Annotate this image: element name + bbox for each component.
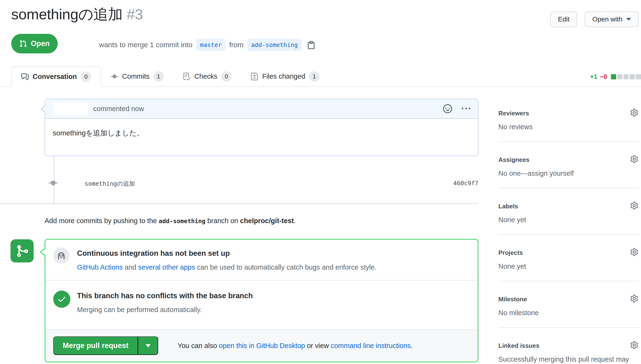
merge-summary: wants to merge 1 commit into master from… xyxy=(99,37,315,52)
push-note-text: Add more commits by pushing to the xyxy=(45,217,159,224)
sidebar-section-projects: Projects None yet xyxy=(498,249,639,296)
diffstat-block-neutral xyxy=(636,74,641,80)
check-icon xyxy=(53,290,70,308)
mergeability-subtitle: Merging can be performed automatically. xyxy=(77,306,202,314)
sidebar-section-linked-issues: Linked issues Successfully merging this … xyxy=(498,342,639,364)
gear-icon[interactable] xyxy=(630,295,638,302)
git-commit-icon xyxy=(111,73,118,80)
section-value: No reviews xyxy=(498,123,532,131)
merge-pull-request-button[interactable]: Merge pull request xyxy=(53,336,138,355)
redacted-username xyxy=(53,102,88,115)
status-badge-label: Open xyxy=(31,39,50,48)
merge-alternatives: You can also open this in GitHub Desktop… xyxy=(178,342,413,350)
tab-label: Checks xyxy=(194,72,218,80)
gear-icon[interactable] xyxy=(630,109,638,116)
diffstat-blocks xyxy=(611,74,641,80)
merge-options-dropdown[interactable] xyxy=(138,336,158,355)
pr-title-text: somethingの追加 xyxy=(11,6,123,22)
merge-status-box: Continuous integration has not been set … xyxy=(45,239,478,362)
kebab-horizontal-icon[interactable] xyxy=(462,104,470,113)
pr-tabnav: Conversation 0 Commits 1 Checks 0 Files … xyxy=(0,66,641,87)
pr-sidebar: Reviewers No reviews Assignees No one—as… xyxy=(498,110,639,364)
sidebar-section-reviewers: Reviewers No reviews xyxy=(498,110,639,156)
section-heading: Linked issues xyxy=(498,342,539,350)
command-line-link[interactable]: command line instructions xyxy=(331,342,411,350)
assign-yourself-action[interactable]: assign yourself xyxy=(528,170,574,177)
merge-summary-text: wants to merge 1 commit into xyxy=(99,41,192,49)
checklist-icon xyxy=(183,73,191,80)
ci-text: and xyxy=(123,264,138,271)
comment-discussion-icon xyxy=(21,73,29,80)
section-value: None yet xyxy=(498,262,526,270)
comment-meta: commented now xyxy=(93,105,144,113)
github-desktop-link[interactable]: open this in GitHub Desktop xyxy=(219,342,305,350)
comment-header: commented now xyxy=(45,99,478,119)
chevron-down-icon xyxy=(146,344,151,347)
section-value: Successfully merging this pull request m… xyxy=(498,356,629,363)
page-title: somethingの追加 #3 xyxy=(11,4,143,24)
pr-comment: commented now somethingを追加しました。 xyxy=(45,99,478,156)
gear-icon[interactable] xyxy=(630,341,638,349)
push-note: Add more commits by pushing to the add-s… xyxy=(45,217,296,225)
section-heading: Reviewers xyxy=(498,110,529,117)
gear-icon[interactable] xyxy=(630,155,638,163)
diffstat-block-added xyxy=(611,74,616,80)
commit-sha[interactable]: 460c9f7 xyxy=(453,180,478,187)
also-text: . xyxy=(411,342,413,350)
gear-icon[interactable] xyxy=(630,248,638,256)
edit-button-label: Edit xyxy=(558,16,569,23)
head-branch-chip[interactable]: add-something xyxy=(247,38,302,51)
diffstat-block-neutral xyxy=(623,74,628,80)
merge-actions-footer: Merge pull request You can also open thi… xyxy=(45,330,478,362)
tab-label: Commits xyxy=(122,72,149,80)
merge-button-label: Merge pull request xyxy=(63,341,129,350)
git-merge-icon xyxy=(11,239,34,262)
gear-icon[interactable] xyxy=(630,202,638,210)
open-with-label: Open with xyxy=(592,16,622,23)
sidebar-section-labels: Labels None yet xyxy=(498,202,639,249)
ci-title: Continuous integration has not been set … xyxy=(77,249,230,258)
file-diff-icon xyxy=(251,73,258,80)
section-value: None yet xyxy=(498,216,526,224)
section-heading: Assignees xyxy=(498,156,529,164)
github-actions-link[interactable]: GitHub Actions xyxy=(77,264,123,271)
section-value: No milestone xyxy=(498,309,539,317)
ci-description: GitHub Actions and several other apps ca… xyxy=(77,264,377,271)
bot-avatar xyxy=(53,248,69,264)
copy-branch-icon[interactable] xyxy=(307,40,315,49)
base-branch-chip[interactable]: master xyxy=(196,38,225,51)
other-apps-link[interactable]: several other apps xyxy=(138,264,195,271)
section-value: No one—assign yourself xyxy=(498,170,574,177)
smiley-icon[interactable] xyxy=(443,104,452,113)
diffstat-block-neutral xyxy=(629,74,635,80)
diffstat: +1 −0 xyxy=(590,72,641,82)
merge-button-group: Merge pull request xyxy=(53,336,158,355)
tab-counter: 1 xyxy=(309,71,320,82)
bot-icon xyxy=(56,250,66,260)
pr-number: #3 xyxy=(127,6,143,22)
tab-counter: 0 xyxy=(221,71,232,82)
comment-body: somethingを追加しました。 xyxy=(45,119,478,156)
tab-commits[interactable]: Commits 1 xyxy=(101,66,173,86)
section-heading: Milestone xyxy=(498,296,527,303)
tab-files-changed[interactable]: Files changed 1 xyxy=(241,66,329,86)
sidebar-section-assignees: Assignees No one—assign yourself xyxy=(498,156,639,202)
commit-message[interactable]: somethingの追加 xyxy=(85,180,135,188)
sidebar-section-milestone: Milestone No milestone xyxy=(498,296,639,342)
tab-conversation[interactable]: Conversation 0 xyxy=(11,66,101,87)
open-with-button[interactable]: Open with xyxy=(585,12,638,27)
also-text: or view xyxy=(305,342,331,350)
push-note-text: . xyxy=(294,217,296,224)
merge-box-divider xyxy=(45,280,478,280)
tab-checks[interactable]: Checks 0 xyxy=(173,66,241,86)
diffstat-block-neutral xyxy=(617,74,622,80)
comment-actions xyxy=(443,104,470,113)
git-commit-icon xyxy=(49,178,58,189)
assignees-none-text: No one— xyxy=(498,170,528,177)
timeline-end-divider xyxy=(0,203,478,204)
diffstat-deletions: −0 xyxy=(600,73,607,80)
mergeability-title: This branch has no conflicts with the ba… xyxy=(77,292,253,300)
section-heading: Labels xyxy=(498,202,518,210)
tab-label: Files changed xyxy=(262,72,305,80)
edit-button[interactable]: Edit xyxy=(550,12,577,27)
